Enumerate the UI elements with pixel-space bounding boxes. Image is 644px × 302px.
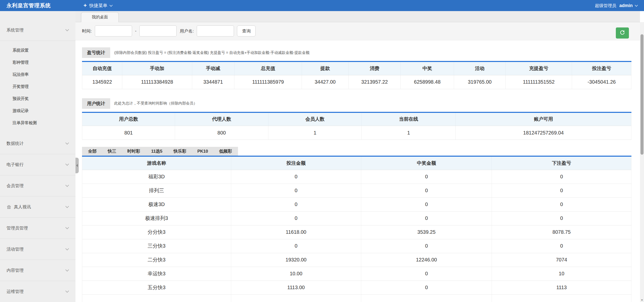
game-name: 三分快3 — [82, 239, 231, 253]
win-amount: 3539.25 — [361, 225, 492, 239]
stat-value: 111113384928 — [122, 75, 192, 89]
scrollbar-thumb[interactable] — [640, 34, 643, 155]
sidebar-group-admin-management[interactable]: 管理员管理 — [0, 218, 75, 239]
chevron-down-icon — [65, 268, 69, 272]
refresh-icon — [620, 30, 625, 36]
username-input[interactable] — [197, 25, 234, 37]
game-tab-kuaisan[interactable]: 快三 — [108, 148, 116, 154]
user-role: 超级管理员 — [595, 3, 616, 9]
sidebar-item-game-records[interactable]: 游戏记录 — [0, 105, 75, 117]
col-header: 充提盈亏 — [506, 61, 572, 75]
sidebar-item-draw-management[interactable]: 开奖管理 — [0, 81, 75, 93]
game-name: 极速3D — [82, 197, 231, 211]
tab-strip: 我的桌面 — [75, 11, 640, 22]
game-tab-all[interactable]: 全部 — [88, 148, 97, 154]
game-tab-11x5[interactable]: 11选5 — [151, 148, 162, 154]
tab-my-desktop[interactable]: 我的桌面 — [81, 12, 119, 22]
game-tab-dipincai[interactable]: 低频彩 — [219, 148, 232, 154]
game-name: 五分快3 — [82, 281, 231, 294]
table-row: 幸运快3 10.00 0 10 — [82, 267, 631, 281]
table-row: 分分快3 11618.00 3539.25 8078.75 — [82, 225, 631, 239]
sidebar-group-e-banking[interactable]: 电子银行 — [0, 154, 75, 175]
refresh-button[interactable] — [616, 27, 629, 39]
sidebar-group-activity-management[interactable]: 活动管理 — [0, 239, 75, 260]
col-header: 活动 — [454, 61, 505, 75]
win-amount: 0 — [361, 211, 492, 225]
col-header: 提款 — [302, 61, 349, 75]
profit-section-title: 盈亏统计 — [82, 47, 110, 58]
sidebar-item-play-odds[interactable]: 玩法倍率 — [0, 69, 75, 81]
col-header: 中奖金额 — [361, 156, 492, 170]
col-header: 用户总数 — [82, 112, 175, 126]
win-amount: 0 — [361, 239, 492, 253]
col-header: 自动充值 — [82, 61, 122, 75]
win-amount: 0 — [361, 184, 492, 197]
stat-value: 1 — [268, 126, 362, 140]
col-header: 投注金额 — [231, 156, 361, 170]
filter-bar: 时间: - 用户名: 查询 — [75, 22, 640, 40]
stat-value: 1345922 — [82, 75, 122, 89]
user-menu[interactable]: 超级管理员 admin — [595, 3, 637, 9]
table-row — [82, 294, 631, 302]
time-start-input[interactable] — [95, 25, 132, 37]
stat-value: 3213957.22 — [348, 75, 400, 89]
topbar: 永利皇宫管理系统 + 快捷菜单 超级管理员 admin — [0, 0, 644, 11]
user-section-head: 用户统计 此处为总计，不受查询时间影响（排除内部会员） — [82, 98, 631, 109]
table-row: 极速排列3 0 0 0 — [82, 211, 631, 225]
col-header: 投注盈亏 — [572, 61, 631, 75]
game-tab-pk10[interactable]: PK10 — [197, 149, 208, 154]
sidebar-group-system-management[interactable]: 系统管理 — [0, 20, 75, 41]
profit-value-row: 1345922 111113384928 3344871 11111138597… — [82, 75, 631, 89]
bet-profit: 0 — [492, 197, 631, 211]
sidebar-group-live-video[interactable]: 真人视讯 — [0, 196, 75, 218]
sidebar-group-data-statistics[interactable]: 数据统计 — [0, 133, 75, 154]
stat-value: 319765.00 — [454, 75, 505, 89]
game-tab-kuailecai[interactable]: 快乐彩 — [173, 148, 186, 154]
time-end-input[interactable] — [139, 25, 177, 37]
game-tab-shishicai[interactable]: 时时彩 — [127, 148, 140, 154]
profit-table: 自动充值 手动加 手动减 总充值 提款 消费 中奖 活动 充提盈亏 投注盈亏 1… — [82, 61, 631, 89]
sidebar-group-content-management[interactable]: 内容管理 — [0, 260, 75, 281]
stat-value: 1 — [362, 126, 456, 140]
quick-menu-button[interactable]: + 快捷菜单 — [84, 2, 112, 9]
stat-value: 111111385979 — [234, 75, 302, 89]
scrollbar-down-arrow[interactable]: ▼ — [640, 298, 644, 301]
sidebar-collapse-handle[interactable] — [75, 158, 79, 173]
username-label: 用户名: — [180, 28, 194, 34]
stat-value: 34427.00 — [302, 75, 349, 89]
stat-value: 181247257269.04 — [456, 126, 631, 140]
vertical-scrollbar: ▼ — [640, 22, 644, 302]
main-area: 我的桌面 时间: - 用户名: 查询 盈亏统计 — [75, 11, 640, 302]
win-amount: 0 — [361, 170, 492, 184]
col-header: 中奖 — [401, 61, 454, 75]
stat-value: 3344871 — [192, 75, 234, 89]
sidebar-item-abnormal-bet-detection[interactable]: 注单异常检测 — [0, 117, 75, 129]
sidebar-item-lottery-management[interactable]: 彩种管理 — [0, 56, 75, 69]
sidebar-item-system-settings[interactable]: 系统设置 — [0, 44, 75, 56]
sidebar-group-member-management[interactable]: 会员管理 — [0, 175, 75, 196]
table-row: 三分快3 0 0 0 — [82, 239, 631, 253]
bet-profit: 0 — [492, 184, 631, 197]
chevron-down-icon — [65, 247, 69, 250]
table-row: 二分快3 19320.00 12246.00 7074 — [82, 253, 631, 267]
bet-amount: 10.00 — [231, 267, 361, 281]
game-name: 分分快3 — [82, 225, 231, 239]
user-header-row: 用户总数 代理人数 会员人数 当前在线 账户可用 — [82, 112, 631, 126]
stat-value: 111111351552 — [506, 75, 572, 89]
quick-menu-label: 快捷菜单 — [89, 3, 107, 9]
chevron-down-icon — [65, 183, 69, 187]
col-header: 手动减 — [192, 61, 234, 75]
chevron-down-icon — [65, 226, 69, 229]
table-row: 五分快3 1113.00 0 1113 — [82, 281, 631, 294]
plus-icon: + — [84, 2, 87, 9]
game-header-row: 游戏名称 投注金额 中奖金额 下注盈亏 — [82, 156, 631, 170]
game-name: 排列三 — [82, 184, 231, 197]
col-header: 手动加 — [122, 61, 192, 75]
chevron-down-icon — [109, 4, 113, 7]
sidebar-group-ops-management[interactable]: 运维管理 — [0, 281, 75, 302]
sidebar-item-preset-draw[interactable]: 预设开奖 — [0, 93, 75, 105]
query-button[interactable]: 查询 — [237, 25, 256, 37]
bet-amount: 1113.00 — [231, 281, 361, 294]
gift-icon — [7, 205, 11, 209]
win-amount: 12246.00 — [361, 253, 492, 267]
